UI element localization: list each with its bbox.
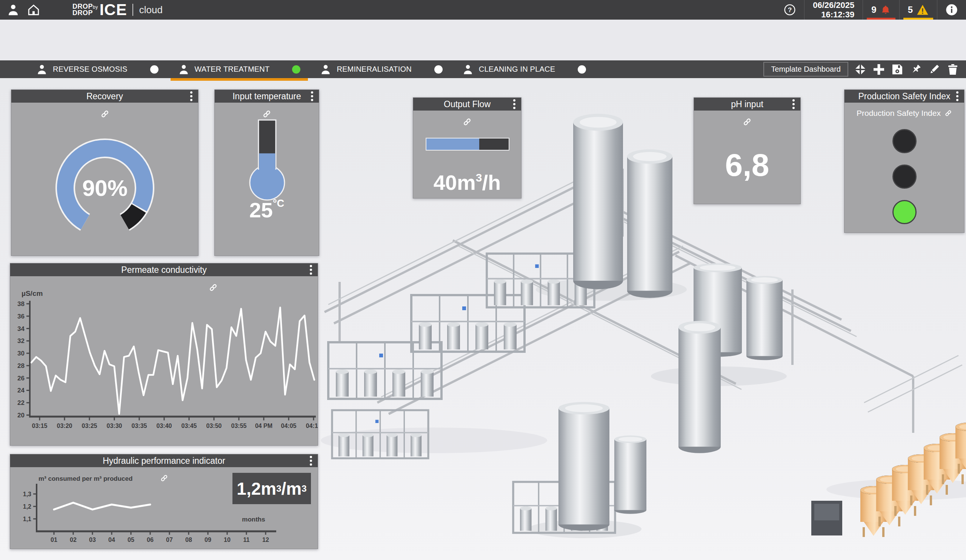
app-logo: DROPby DROP ICE cloud [72, 2, 163, 18]
save-icon[interactable] [891, 63, 904, 76]
svg-text:04:05: 04:05 [281, 423, 297, 429]
ph-input-widget: pH input 6,8 [693, 97, 801, 204]
widget-title: Permeate conductivity [121, 265, 206, 275]
svg-text:04: 04 [108, 537, 115, 543]
safety-index-label: Production Safety Index [844, 109, 964, 118]
widget-menu-icon[interactable] [309, 90, 315, 103]
add-icon[interactable] [872, 63, 885, 76]
alarms-button[interactable]: 9 [863, 0, 899, 20]
svg-text:03:45: 03:45 [181, 423, 197, 429]
svg-text:10: 10 [224, 537, 230, 543]
tab-water-treatment[interactable]: WATER TREATMENT [168, 61, 310, 78]
widget-menu-icon[interactable] [791, 98, 796, 110]
temperature-value: 25°C [215, 198, 319, 222]
recovery-gauge: 90% [48, 131, 161, 245]
bell-icon [881, 5, 891, 15]
widget-title: pH input [731, 99, 763, 110]
template-dashboard-button[interactable]: Template Dashboard [763, 62, 848, 77]
person-icon [462, 64, 473, 75]
date-label: 06/26/2025 [813, 0, 854, 10]
widget-body: 90% [12, 103, 198, 256]
input-temperature-widget: Input temperature 25°C [214, 89, 319, 256]
widget-header: Hydraulic performance indicator [10, 454, 318, 467]
info-button[interactable] [937, 0, 966, 20]
widget-body: 40m3/h [413, 110, 521, 198]
svg-text:04:10: 04:10 [306, 423, 318, 429]
alarm-count: 9 [871, 5, 876, 15]
warning-count: 5 [908, 5, 913, 15]
logo-brand: ICE [100, 2, 127, 18]
svg-text:34: 34 [17, 325, 25, 332]
svg-text:03:50: 03:50 [206, 423, 222, 429]
tab-bar: REVERSE OSMOSIS WATER TREATMENT REMINERA… [0, 61, 966, 78]
top-bar-right: ? 06/26/2025 16:12:39 9 5 [775, 0, 966, 20]
svg-text:09: 09 [205, 537, 211, 543]
time-label: 16:12:39 [813, 10, 854, 19]
link-icon[interactable] [743, 117, 752, 128]
widget-title: Output Flow [444, 99, 491, 110]
pin-icon[interactable] [909, 63, 922, 76]
delete-trash-icon[interactable] [946, 63, 959, 76]
user-icon[interactable] [6, 3, 20, 17]
svg-text:03:30: 03:30 [107, 423, 122, 429]
conductivity-line-chart: µS/cm3836343230282624222003:1503:2003:25… [10, 276, 318, 446]
link-icon[interactable] [100, 110, 109, 120]
tab-status-dot [578, 65, 586, 74]
svg-text:1,3: 1,3 [23, 491, 31, 498]
widget-menu-icon[interactable] [189, 90, 194, 103]
recovery-widget: Recovery 90% [11, 89, 199, 256]
svg-text:03:55: 03:55 [231, 423, 247, 429]
safety-traffic-light [892, 129, 917, 224]
collapse-icon[interactable] [854, 63, 867, 76]
svg-text:07: 07 [166, 537, 173, 543]
svg-text:02: 02 [70, 537, 77, 543]
svg-text:26: 26 [17, 375, 25, 382]
widget-menu-icon[interactable] [512, 98, 517, 110]
svg-text:1,1: 1,1 [23, 516, 31, 522]
top-bar: DROPby DROP ICE cloud ? 06/26/2025 16:12… [0, 0, 966, 20]
widget-header: Input temperature [215, 90, 319, 103]
help-button[interactable]: ? [775, 0, 804, 20]
dashboard-toolbar: Template Dashboard [763, 62, 959, 77]
link-icon[interactable] [945, 110, 952, 117]
edit-pencil-icon[interactable] [928, 63, 941, 76]
widget-header: pH input [694, 98, 800, 110]
widget-body: Production Safety Index [844, 103, 964, 232]
svg-text:22: 22 [17, 399, 25, 406]
tab-reverse-osmosis[interactable]: REVERSE OSMOSIS [26, 61, 168, 78]
svg-text:m³ consumed per m³ produced: m³ consumed per m³ produced [38, 475, 133, 482]
warnings-button[interactable]: 5 [900, 0, 937, 20]
water-treatment-dashboard: { "colors": { "accent_blue": "#7b9ed2", … [0, 0, 966, 560]
logo-divider [133, 4, 133, 16]
person-icon [178, 64, 189, 75]
widget-header: Output Flow [413, 98, 521, 110]
svg-text:03:40: 03:40 [157, 423, 172, 429]
svg-text:µS/cm: µS/cm [21, 289, 43, 297]
widget-menu-icon[interactable] [308, 454, 314, 467]
widget-header: Production Safety Index [844, 90, 964, 103]
svg-text:03:25: 03:25 [82, 423, 97, 429]
dashboard-canvas: Recovery 90% Input temperature 25°C [0, 78, 966, 560]
svg-text:months: months [242, 516, 265, 523]
recovery-value: 90% [48, 131, 161, 245]
widget-title: Input temperature [232, 91, 301, 102]
logo-dropbydrop: DROPby DROP [72, 3, 98, 16]
widget-body: 6,8 [694, 110, 800, 204]
tab-remineralisation[interactable]: REMINERALISATION [310, 61, 452, 78]
tab-cleaning-in-place[interactable]: CLEANING IN PLACE [452, 61, 596, 78]
alarm-underline [867, 18, 895, 20]
home-icon[interactable] [26, 3, 41, 17]
svg-text:05: 05 [128, 537, 134, 543]
warning-underline [904, 18, 933, 20]
tab-status-dot [292, 65, 301, 74]
link-icon[interactable] [463, 117, 472, 128]
widget-menu-icon[interactable] [308, 263, 314, 276]
svg-text:20: 20 [17, 412, 25, 419]
light-middle [892, 164, 917, 189]
top-bar-left: DROPby DROP ICE cloud [0, 0, 163, 20]
svg-text:11: 11 [243, 537, 250, 543]
svg-text:03: 03 [89, 537, 96, 543]
widget-menu-icon[interactable] [955, 90, 960, 103]
svg-text:08: 08 [185, 537, 192, 543]
flow-value: 40m3/h [413, 170, 521, 195]
